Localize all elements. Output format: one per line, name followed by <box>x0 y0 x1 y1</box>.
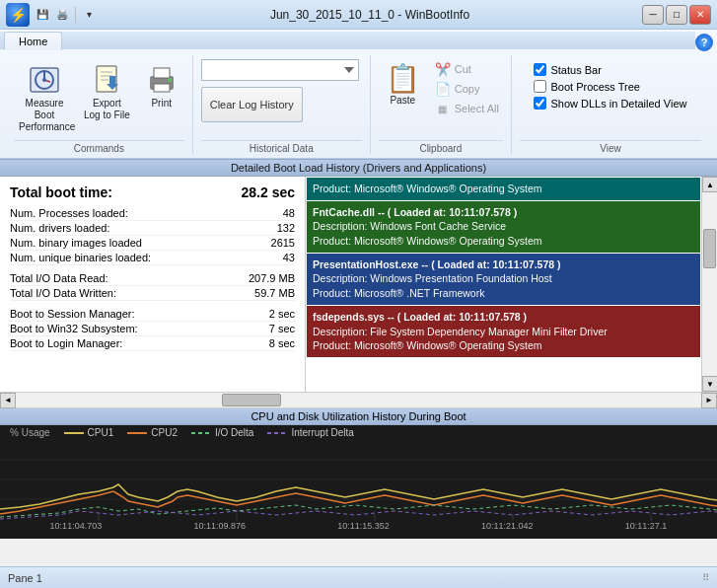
showdlls-checkbox[interactable] <box>534 97 546 110</box>
clear-log-button[interactable]: Clear Log History <box>201 87 303 122</box>
stat-value: 2615 <box>246 237 295 249</box>
table-row: Num. binary images loaded2615 <box>10 236 295 251</box>
minimize-button[interactable]: ─ <box>642 5 664 25</box>
showdlls-check[interactable]: Show DLLs in Detailed View <box>534 97 686 110</box>
intdelta-line <box>0 511 717 519</box>
boot-time-label: Total boot time: <box>10 184 112 200</box>
stat-rows: Num. Processes loaded:48Num. drivers loa… <box>10 206 295 351</box>
export-log-button[interactable]: Export Log to File <box>79 59 135 124</box>
driver-desc: Description: Windows Font Cache Service <box>313 219 694 234</box>
svg-rect-12 <box>154 68 170 78</box>
legend-cpu2: CPU2 <box>127 427 178 438</box>
maximize-button[interactable]: □ <box>666 5 687 25</box>
cut-icon: ✂️ <box>435 61 451 77</box>
measure-boot-label: Measure Boot Performance <box>19 98 70 133</box>
table-row: Total I/O Data Written:59.7 MB <box>10 286 295 301</box>
iodelta-color <box>191 432 211 434</box>
statusbar-check[interactable]: Status Bar <box>534 63 686 76</box>
dropdown-icon[interactable]: ▾ <box>80 6 98 24</box>
list-item[interactable]: Product: Microsoft® Windows® Operating S… <box>307 178 700 200</box>
intdelta-label: Interrupt Delta <box>291 427 353 438</box>
selectall-button[interactable]: ▦ Select All <box>431 99 503 118</box>
save-icon[interactable]: 💾 <box>34 6 51 24</box>
time-label-0: 10:11:04.703 <box>50 521 103 531</box>
cpu2-color <box>127 432 147 434</box>
statusbar-checkbox[interactable] <box>534 63 546 76</box>
boot-time-row: Total boot time: 28.2 sec <box>10 184 295 200</box>
list-item[interactable]: PresentationHost.exe -- ( Loaded at: 10:… <box>307 254 700 305</box>
scroll-up-button[interactable]: ▲ <box>702 177 717 192</box>
stat-value: 8 sec <box>246 337 295 349</box>
intdelta-color <box>267 432 287 434</box>
legend-cpu1: CPU1 <box>64 427 114 438</box>
paste-label: Paste <box>390 95 415 107</box>
driver-title: FntCache.dll -- ( Loaded at: 10:11:07.57… <box>313 205 694 220</box>
measure-boot-button[interactable]: Measure Boot Performance <box>14 59 75 136</box>
stat-label: Num. Processes loaded: <box>10 207 128 219</box>
driver-desc: Description: Windows Presentation Founda… <box>313 271 694 286</box>
scroll-down-button[interactable]: ▼ <box>702 376 717 392</box>
list-item[interactable]: FntCache.dll -- ( Loaded at: 10:11:07.57… <box>307 201 700 253</box>
paste-button[interactable]: 📋 Paste <box>379 59 427 110</box>
stat-value: 48 <box>246 207 295 219</box>
scroll-thumb[interactable] <box>703 229 716 268</box>
view-group-label: View <box>520 140 701 154</box>
main-content: Total boot time: 28.2 sec Num. Processes… <box>0 177 717 392</box>
scroll-h-track[interactable] <box>16 393 701 407</box>
status-bar: Pane 1 ⠿ <box>0 566 717 588</box>
time-labels: 10:11:04.703 10:11:09.876 10:11:15.352 1… <box>0 521 717 533</box>
driver-product: Product: Microsoft® Windows® Operating S… <box>313 234 694 249</box>
print-button[interactable]: Print <box>139 59 184 112</box>
print-icon[interactable]: 🖨️ <box>53 6 71 24</box>
driver-panel: Product: Microsoft® Windows® Operating S… <box>306 177 717 392</box>
tab-home[interactable]: Home <box>4 32 62 50</box>
stat-label: Num. unique binaries loaded: <box>10 252 151 263</box>
legend-intdelta: Interrupt Delta <box>267 427 353 438</box>
processtree-check[interactable]: Boot Process Tree <box>534 80 686 93</box>
stat-value: 59.7 MB <box>246 287 295 299</box>
historical-dropdown[interactable] <box>201 59 359 81</box>
stat-value: 207.9 MB <box>246 272 295 284</box>
clipboard-small-buttons: ✂️ Cut 📄 Copy ▦ Select All <box>431 59 503 118</box>
copy-button[interactable]: 📄 Copy <box>431 79 503 99</box>
horizontal-scrollbar[interactable]: ◄ ► <box>0 392 717 407</box>
scroll-left-button[interactable]: ◄ <box>0 393 16 408</box>
cut-button[interactable]: ✂️ Cut <box>431 59 503 79</box>
time-label-2: 10:11:15.352 <box>337 521 390 531</box>
boot-time-value: 28.2 sec <box>242 184 296 200</box>
table-row: Num. drivers loaded:132 <box>10 221 295 236</box>
view-group: Status Bar Boot Process Tree Show DLLs i… <box>512 55 709 154</box>
driver-list[interactable]: Product: Microsoft® Windows® Operating S… <box>306 177 701 392</box>
close-button[interactable]: ✕ <box>689 5 711 25</box>
table-row: Boot to Win32 Subsystem:7 sec <box>10 322 295 336</box>
clipboard-content: 📋 Paste ✂️ Cut 📄 Copy ▦ Select All <box>379 55 503 136</box>
commands-group: Measure Boot Performance Export Lo <box>6 55 193 154</box>
view-checkboxes: Status Bar Boot Process Tree Show DLLs i… <box>534 59 686 110</box>
chart-ticks <box>99 514 651 521</box>
scroll-track[interactable] <box>702 192 717 376</box>
commands-group-label: Commands <box>14 140 184 154</box>
selectall-label: Select All <box>455 103 499 114</box>
clipboard-group: 📋 Paste ✂️ Cut 📄 Copy ▦ Select All <box>371 55 512 154</box>
scroll-right-button[interactable]: ► <box>701 393 717 408</box>
time-label-3: 10:11:21.042 <box>481 521 534 531</box>
driver-product: Product: Microsoft® Windows® Operating S… <box>313 338 694 353</box>
iodelta-label: I/O Delta <box>215 427 253 438</box>
driver-desc: Product: Microsoft® Windows® Operating S… <box>313 182 694 196</box>
stat-value: 2 sec <box>246 308 295 320</box>
ribbon-content: Measure Boot Performance Export Lo <box>0 51 717 158</box>
copy-label: Copy <box>455 83 480 95</box>
ribbon: Home ? Measure Boot P <box>0 30 717 159</box>
processtree-checkbox[interactable] <box>534 80 546 93</box>
list-item[interactable]: fsdepends.sys -- ( Loaded at: 10:11:07.5… <box>307 306 700 357</box>
stat-label: Total I/O Data Written: <box>10 287 116 299</box>
stat-label: Boot to Win32 Subsystem: <box>10 323 138 334</box>
historical-group: Clear Log History Historical Data <box>193 55 371 154</box>
vertical-scrollbar[interactable]: ▲ ▼ <box>701 177 717 392</box>
scroll-h-thumb[interactable] <box>222 394 281 406</box>
help-icon[interactable]: ? <box>695 34 713 51</box>
svg-point-4 <box>42 78 46 82</box>
title-bar: ⚡ 💾 🖨️ ▾ Jun_30_2015_10_11_0 - WinBootIn… <box>0 0 717 30</box>
driver-title: PresentationHost.exe -- ( Loaded at: 10:… <box>313 257 694 272</box>
paste-icon: 📋 <box>386 62 420 95</box>
